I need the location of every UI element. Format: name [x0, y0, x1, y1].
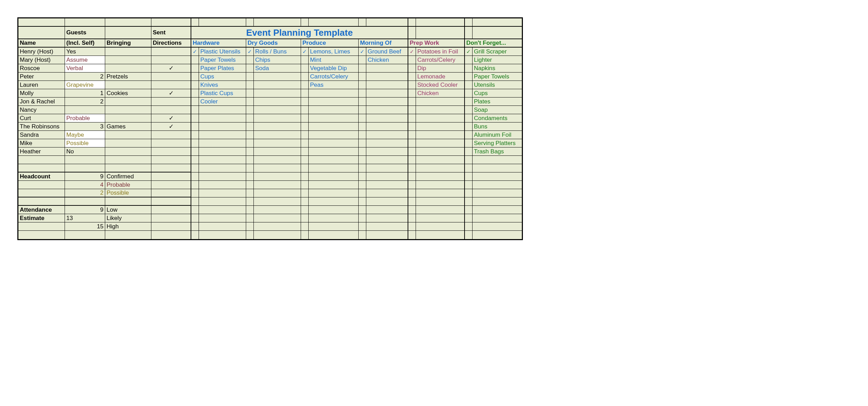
check-icon[interactable]: [359, 73, 366, 81]
summary-cell[interactable]: [151, 181, 191, 189]
produce-item[interactable]: [309, 147, 359, 156]
guest-directions[interactable]: ✓: [151, 89, 191, 98]
check-icon[interactable]: [408, 98, 416, 106]
summary-cell[interactable]: [18, 189, 65, 197]
check-icon[interactable]: [408, 64, 416, 73]
hardware-item[interactable]: [199, 106, 246, 114]
dont-forget-item[interactable]: Condaments: [473, 114, 522, 122]
summary-cell[interactable]: [18, 164, 65, 172]
guest-bringing[interactable]: [105, 48, 151, 56]
guest-incl[interactable]: Probable: [65, 114, 105, 122]
summary-cell[interactable]: [65, 156, 105, 164]
cell[interactable]: [191, 197, 199, 206]
guest-incl[interactable]: Verbal: [65, 64, 105, 73]
cell[interactable]: [416, 197, 465, 206]
cell[interactable]: [408, 214, 416, 222]
hardware-item[interactable]: Plastic Utensils: [199, 48, 246, 56]
check-icon[interactable]: [301, 114, 309, 122]
dont-forget-item[interactable]: Buns: [473, 122, 522, 131]
check-icon[interactable]: [465, 81, 473, 89]
cell[interactable]: [416, 156, 465, 164]
hardware-item[interactable]: [199, 147, 246, 156]
check-icon[interactable]: [301, 89, 309, 98]
summary-cell[interactable]: Confirmed: [105, 172, 151, 181]
cell[interactable]: [199, 164, 246, 172]
cell[interactable]: [254, 222, 301, 231]
check-icon[interactable]: [359, 64, 366, 73]
cell[interactable]: [473, 197, 522, 206]
cell[interactable]: [465, 172, 473, 181]
check-icon[interactable]: [191, 64, 199, 73]
morning-of-item[interactable]: [366, 131, 408, 139]
morning-of-item[interactable]: [366, 73, 408, 81]
morning-of-item[interactable]: [366, 139, 408, 147]
guest-bringing[interactable]: [105, 147, 151, 156]
guest-directions[interactable]: ✓: [151, 114, 191, 122]
dry-goods-item[interactable]: [254, 98, 301, 106]
guest-name[interactable]: Mike: [18, 139, 65, 147]
guest-incl[interactable]: 1: [65, 89, 105, 98]
check-icon[interactable]: [465, 106, 473, 114]
check-icon[interactable]: [465, 131, 473, 139]
hardware-item[interactable]: Paper Towels: [199, 56, 246, 64]
cell[interactable]: [416, 181, 465, 189]
cell[interactable]: [246, 156, 254, 164]
guest-incl[interactable]: Assume: [65, 56, 105, 64]
cell[interactable]: [366, 164, 408, 172]
guest-directions[interactable]: [151, 73, 191, 81]
cell[interactable]: [199, 214, 246, 222]
morning-of-item[interactable]: [366, 98, 408, 106]
check-icon[interactable]: [301, 131, 309, 139]
cell[interactable]: [366, 181, 408, 189]
check-icon[interactable]: [408, 139, 416, 147]
cell[interactable]: [359, 181, 366, 189]
hardware-item[interactable]: [199, 122, 246, 131]
produce-item[interactable]: Carrots/Celery: [309, 73, 359, 81]
dont-forget-item[interactable]: Serving Platters: [473, 139, 522, 147]
check-icon[interactable]: [301, 122, 309, 131]
prep-work-item[interactable]: Stocked Cooler: [416, 81, 465, 89]
morning-of-item[interactable]: [366, 147, 408, 156]
check-icon[interactable]: [408, 131, 416, 139]
check-icon[interactable]: [191, 56, 199, 64]
morning-of-item[interactable]: [366, 81, 408, 89]
guest-directions[interactable]: [151, 48, 191, 56]
guest-name[interactable]: Henry (Host): [18, 48, 65, 56]
cell[interactable]: [465, 231, 473, 239]
cell[interactable]: [199, 231, 246, 239]
check-icon[interactable]: [359, 122, 366, 131]
prep-work-item[interactable]: [416, 122, 465, 131]
guest-name[interactable]: Molly: [18, 89, 65, 98]
dry-goods-item[interactable]: Rolls / Buns: [254, 48, 301, 56]
morning-of-item[interactable]: [366, 106, 408, 114]
produce-item[interactable]: [309, 98, 359, 106]
cell[interactable]: [309, 172, 359, 181]
guest-bringing[interactable]: Games: [105, 122, 151, 131]
cell[interactable]: [199, 156, 246, 164]
cell[interactable]: [416, 206, 465, 214]
cell[interactable]: [254, 164, 301, 172]
guest-name[interactable]: Roscoe: [18, 64, 65, 73]
guest-directions[interactable]: [151, 139, 191, 147]
guest-directions[interactable]: ✓: [151, 64, 191, 73]
cell[interactable]: [246, 189, 254, 197]
summary-cell[interactable]: Likely: [105, 214, 151, 222]
cell[interactable]: [473, 156, 522, 164]
cell[interactable]: [408, 156, 416, 164]
check-icon[interactable]: [359, 114, 366, 122]
check-icon[interactable]: [408, 147, 416, 156]
cell[interactable]: [199, 206, 246, 214]
check-icon[interactable]: ✓: [246, 48, 254, 56]
check-icon[interactable]: [465, 147, 473, 156]
prep-work-item[interactable]: [416, 147, 465, 156]
dont-forget-item[interactable]: Grill Scraper: [473, 48, 522, 56]
cell[interactable]: [408, 181, 416, 189]
dry-goods-item[interactable]: [254, 89, 301, 98]
morning-of-item[interactable]: [366, 122, 408, 131]
guest-bringing[interactable]: Pretzels: [105, 73, 151, 81]
cell[interactable]: [246, 222, 254, 231]
check-icon[interactable]: [301, 98, 309, 106]
prep-work-item[interactable]: Chicken: [416, 89, 465, 98]
check-icon[interactable]: [301, 147, 309, 156]
prep-work-item[interactable]: Dip: [416, 64, 465, 73]
